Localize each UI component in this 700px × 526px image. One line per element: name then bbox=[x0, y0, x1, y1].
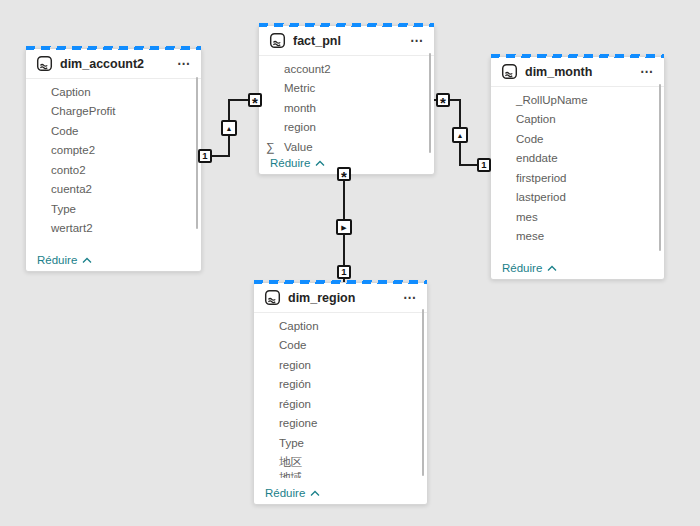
field-row[interactable]: アカウント2 bbox=[26, 238, 201, 240]
field-list: account2 Metric month region ∑ Value bbox=[259, 56, 434, 160]
collapse-button[interactable]: Réduire bbox=[270, 157, 325, 169]
field-row[interactable]: ∑ Value bbox=[259, 137, 434, 157]
table-card-dim-region[interactable]: dim_region ⋯ Caption Code region región bbox=[253, 282, 428, 505]
more-options-icon[interactable]: ⋯ bbox=[640, 65, 654, 78]
field-row[interactable]: Caption bbox=[254, 316, 427, 336]
table-title: dim_account2 bbox=[60, 57, 170, 71]
field-row[interactable]: Caption bbox=[491, 110, 664, 130]
collapse-label: Réduire bbox=[37, 254, 77, 266]
field-row[interactable]: conto2 bbox=[26, 160, 201, 180]
field-row[interactable]: ChargeProfit bbox=[26, 102, 201, 122]
table-header[interactable]: fact_pnl ⋯ bbox=[259, 26, 434, 56]
field-row[interactable]: regione bbox=[254, 414, 427, 434]
table-title: fact_pnl bbox=[293, 34, 403, 48]
field-row[interactable]: enddate bbox=[491, 149, 664, 169]
more-options-icon[interactable]: ⋯ bbox=[403, 291, 417, 304]
chevron-up-icon bbox=[315, 160, 325, 167]
field-row[interactable]: Metric bbox=[259, 79, 434, 99]
field-label: month bbox=[284, 102, 316, 114]
field-label: Caption bbox=[516, 113, 556, 125]
sigma-icon: ∑ bbox=[266, 140, 275, 154]
field-label: Type bbox=[279, 437, 304, 449]
table-header[interactable]: dim_month ⋯ bbox=[491, 57, 664, 87]
chevron-up-icon bbox=[547, 265, 557, 272]
more-options-icon[interactable]: ⋯ bbox=[410, 34, 424, 47]
field-row[interactable]: wertart2 bbox=[26, 219, 201, 239]
filter-direction-arrow-icon[interactable]: ▲ bbox=[221, 120, 237, 136]
table-card-dim-account2[interactable]: dim_account2 ⋯ Caption ChargeProfit Code… bbox=[25, 48, 202, 272]
field-row[interactable]: mes bbox=[491, 207, 664, 227]
cardinality-one-marker[interactable]: 1 bbox=[198, 149, 212, 163]
field-label: regione bbox=[279, 417, 317, 429]
field-label: mes bbox=[516, 211, 538, 223]
field-label: región bbox=[279, 378, 311, 390]
table-icon bbox=[501, 63, 518, 80]
filter-direction-arrow-icon[interactable]: ▲ bbox=[452, 127, 468, 143]
collapse-button[interactable]: Réduire bbox=[265, 487, 320, 499]
collapse-label: Réduire bbox=[502, 262, 542, 274]
chevron-up-icon bbox=[82, 257, 92, 264]
field-label: mese bbox=[516, 230, 544, 242]
field-label: cuenta2 bbox=[51, 183, 92, 195]
field-label: _RollUpName bbox=[516, 94, 588, 106]
table-icon bbox=[36, 55, 53, 72]
field-label: region bbox=[279, 359, 311, 371]
table-title: dim_region bbox=[288, 291, 396, 305]
field-row[interactable]: lastperiod bbox=[491, 188, 664, 208]
field-row[interactable]: month bbox=[259, 98, 434, 118]
field-row[interactable]: firstperiod bbox=[491, 168, 664, 188]
table-icon bbox=[269, 32, 286, 49]
field-row[interactable]: Code bbox=[254, 336, 427, 356]
field-label: 地区 bbox=[279, 455, 302, 470]
field-row[interactable]: region bbox=[259, 118, 434, 138]
field-label: enddate bbox=[516, 152, 558, 164]
field-row[interactable]: _RollUpName bbox=[491, 90, 664, 110]
field-label: region bbox=[284, 121, 316, 133]
field-row[interactable]: Caption bbox=[26, 82, 201, 102]
field-label: wertart2 bbox=[51, 222, 93, 234]
field-label: account2 bbox=[284, 63, 331, 75]
scrollbar-thumb[interactable] bbox=[422, 309, 424, 476]
table-card-dim-month[interactable]: dim_month ⋯ _RollUpName Caption Code end… bbox=[490, 56, 665, 280]
filter-direction-arrow-icon[interactable]: ▶ bbox=[336, 219, 352, 235]
cardinality-one-marker[interactable]: 1 bbox=[477, 158, 491, 172]
field-row[interactable]: Type bbox=[26, 199, 201, 219]
field-row[interactable]: cuenta2 bbox=[26, 180, 201, 200]
table-header[interactable]: dim_region ⋯ bbox=[254, 283, 427, 313]
field-row[interactable]: account2 bbox=[259, 59, 434, 79]
field-row[interactable]: mois bbox=[491, 246, 664, 248]
field-row[interactable]: Code bbox=[491, 129, 664, 149]
field-label: ChargeProfit bbox=[51, 105, 116, 117]
collapse-label: Réduire bbox=[270, 157, 310, 169]
field-row[interactable]: mese bbox=[491, 227, 664, 247]
field-label: Code bbox=[279, 339, 307, 351]
cardinality-many-marker[interactable]: * bbox=[436, 93, 450, 107]
field-row[interactable]: 地区 bbox=[254, 453, 427, 473]
field-row[interactable]: region bbox=[254, 355, 427, 375]
scrollbar-thumb[interactable] bbox=[429, 53, 431, 153]
cardinality-many-marker[interactable]: * bbox=[337, 167, 351, 181]
more-options-icon[interactable]: ⋯ bbox=[177, 57, 191, 70]
table-card-fact-pnl[interactable]: fact_pnl ⋯ account2 Metric month region … bbox=[258, 25, 435, 175]
collapse-button[interactable]: Réduire bbox=[502, 262, 557, 274]
collapse-button[interactable]: Réduire bbox=[37, 254, 92, 266]
chevron-up-icon bbox=[310, 490, 320, 497]
model-view-canvas[interactable]: 1 ▲ * * ▲ 1 * ▶ 1 dim_account2 ⋯ Caption… bbox=[0, 0, 700, 526]
scrollbar-thumb[interactable] bbox=[659, 84, 661, 251]
field-row[interactable]: région bbox=[254, 394, 427, 414]
table-header[interactable]: dim_account2 ⋯ bbox=[26, 49, 201, 79]
field-label: Type bbox=[51, 203, 76, 215]
field-label: région bbox=[279, 398, 311, 410]
field-label: Metric bbox=[284, 82, 315, 94]
field-list: _RollUpName Caption Code enddate firstpe… bbox=[491, 87, 664, 248]
field-label: Value bbox=[284, 141, 313, 153]
field-row[interactable]: 地域 bbox=[254, 472, 427, 478]
field-row[interactable]: compte2 bbox=[26, 141, 201, 161]
field-row[interactable]: región bbox=[254, 375, 427, 395]
field-row[interactable]: Type bbox=[254, 433, 427, 453]
cardinality-one-marker[interactable]: 1 bbox=[337, 265, 351, 279]
field-row[interactable]: Code bbox=[26, 121, 201, 141]
field-label: conto2 bbox=[51, 164, 86, 176]
cardinality-many-marker[interactable]: * bbox=[248, 93, 262, 107]
field-label: Code bbox=[516, 133, 544, 145]
